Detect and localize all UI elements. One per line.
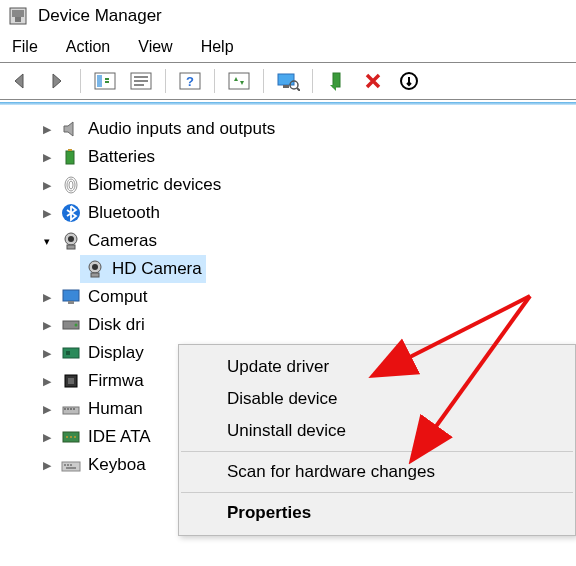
tree-item-cameras[interactable]: ▾ Cameras xyxy=(10,227,576,255)
tree-item-biometric[interactable]: ▶ Biometric devices xyxy=(10,171,576,199)
svg-rect-1 xyxy=(12,10,24,17)
hid-icon xyxy=(60,398,82,420)
tree-item-label: HD Camera xyxy=(112,255,202,283)
svg-rect-8 xyxy=(134,84,144,86)
chevron-down-icon[interactable]: ▾ xyxy=(40,227,54,255)
chevron-right-icon[interactable]: ▶ xyxy=(40,115,54,143)
uninstall-device-button[interactable] xyxy=(359,67,387,95)
menu-help[interactable]: Help xyxy=(201,38,234,56)
forward-button[interactable] xyxy=(42,67,70,95)
menu-scan-hardware[interactable]: Scan for hardware changes xyxy=(179,456,575,488)
disk-icon xyxy=(60,314,82,336)
window-title: Device Manager xyxy=(38,6,162,26)
tree-item-disk[interactable]: ▶ Disk dri xyxy=(10,311,576,339)
svg-rect-50 xyxy=(70,464,72,466)
svg-rect-39 xyxy=(64,408,66,410)
svg-rect-49 xyxy=(67,464,69,466)
tree-item-batteries[interactable]: ▶ Batteries xyxy=(10,143,576,171)
device-manager-icon xyxy=(8,6,28,26)
svg-point-28 xyxy=(92,264,98,270)
chevron-right-icon[interactable]: ▶ xyxy=(40,311,54,339)
svg-point-46 xyxy=(74,436,76,438)
camera-icon xyxy=(60,230,82,252)
disable-device-button[interactable] xyxy=(395,67,423,95)
scan-button[interactable] xyxy=(225,67,253,95)
svg-rect-41 xyxy=(70,408,72,410)
tree-item-label: Display xyxy=(88,339,144,367)
chevron-right-icon[interactable]: ▶ xyxy=(40,395,54,423)
toolbar-separator xyxy=(80,69,81,93)
svg-rect-42 xyxy=(73,408,75,410)
chevron-right-icon[interactable]: ▶ xyxy=(40,423,54,451)
toolbar-separator xyxy=(214,69,215,93)
tree-item-label: Biometric devices xyxy=(88,171,221,199)
tree-item-label: Bluetooth xyxy=(88,199,160,227)
menu-view[interactable]: View xyxy=(138,38,172,56)
chevron-right-icon[interactable]: ▶ xyxy=(40,199,54,227)
tree-item-label: Comput xyxy=(88,283,148,311)
selected-device[interactable]: HD Camera xyxy=(80,255,206,283)
ide-icon xyxy=(60,426,82,448)
svg-rect-4 xyxy=(97,75,102,87)
bluetooth-icon xyxy=(60,202,82,224)
properties-button[interactable] xyxy=(127,67,155,95)
display-adapter-icon xyxy=(60,342,82,364)
tree-item-label: Audio inputs and outputs xyxy=(88,115,275,143)
toolbar-separator xyxy=(263,69,264,93)
menu-file[interactable]: File xyxy=(12,38,38,56)
menu-uninstall-device[interactable]: Uninstall device xyxy=(179,415,575,447)
context-menu: Update driver Disable device Uninstall d… xyxy=(178,344,576,536)
svg-point-22 xyxy=(69,181,73,189)
svg-rect-2 xyxy=(15,17,21,22)
menu-update-driver[interactable]: Update driver xyxy=(179,351,575,383)
tree-item-audio[interactable]: ▶ Audio inputs and outputs xyxy=(10,115,576,143)
menu-properties[interactable]: Properties xyxy=(179,497,575,529)
tree-item-hd-camera[interactable]: HD Camera xyxy=(10,255,576,283)
toolbar-separator xyxy=(312,69,313,93)
svg-rect-12 xyxy=(278,74,294,85)
svg-rect-13 xyxy=(283,85,289,88)
svg-rect-48 xyxy=(64,464,66,466)
svg-rect-35 xyxy=(66,351,70,355)
svg-rect-40 xyxy=(67,408,69,410)
show-hidden-button[interactable] xyxy=(91,67,119,95)
update-driver-button[interactable] xyxy=(274,67,302,95)
menubar: File Action View Help xyxy=(0,32,576,62)
tree-item-label: Human xyxy=(88,395,143,423)
menu-disable-device[interactable]: Disable device xyxy=(179,383,575,415)
chevron-right-icon[interactable]: ▶ xyxy=(40,339,54,367)
svg-rect-7 xyxy=(134,80,148,82)
svg-rect-37 xyxy=(68,378,74,384)
tree-item-bluetooth[interactable]: ▶ Bluetooth xyxy=(10,199,576,227)
camera-icon xyxy=(84,258,106,280)
chevron-right-icon[interactable]: ▶ xyxy=(40,283,54,311)
svg-rect-26 xyxy=(67,245,75,249)
chevron-right-icon[interactable]: ▶ xyxy=(40,451,54,479)
battery-icon xyxy=(60,146,82,168)
svg-line-15 xyxy=(297,88,300,91)
svg-rect-16 xyxy=(333,73,340,87)
chevron-right-icon[interactable]: ▶ xyxy=(40,171,54,199)
tree-item-label: Cameras xyxy=(88,227,157,255)
help-button[interactable]: ? xyxy=(176,67,204,95)
toolbar: ? xyxy=(0,62,576,100)
chevron-right-icon[interactable]: ▶ xyxy=(40,143,54,171)
chevron-right-icon[interactable]: ▶ xyxy=(40,367,54,395)
tree-item-computer[interactable]: ▶ Comput xyxy=(10,283,576,311)
svg-rect-47 xyxy=(62,462,80,471)
menu-action[interactable]: Action xyxy=(66,38,110,56)
svg-point-45 xyxy=(70,436,72,438)
svg-point-33 xyxy=(75,324,78,327)
back-button[interactable] xyxy=(6,67,34,95)
tree-item-label: Disk dri xyxy=(88,311,145,339)
enable-device-button[interactable] xyxy=(323,67,351,95)
svg-rect-29 xyxy=(91,273,99,277)
tree-item-label: Keyboa xyxy=(88,451,146,479)
svg-rect-11 xyxy=(229,73,249,89)
svg-rect-30 xyxy=(63,290,79,301)
tree-item-label: IDE ATA xyxy=(88,423,151,451)
svg-point-25 xyxy=(68,236,74,242)
speaker-icon xyxy=(60,118,82,140)
tree-item-label: Firmwa xyxy=(88,367,144,395)
svg-rect-51 xyxy=(66,467,76,469)
